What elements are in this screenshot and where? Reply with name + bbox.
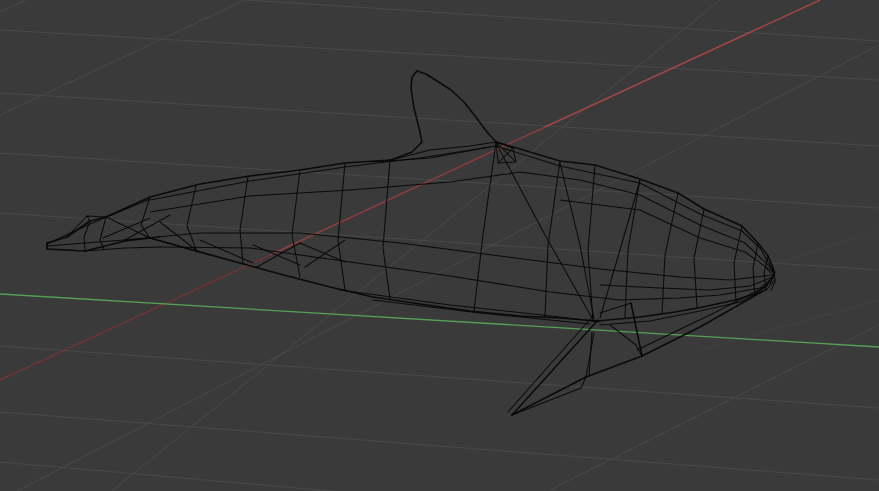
viewport-3d[interactable] xyxy=(0,0,879,491)
viewport-canvas[interactable] xyxy=(0,0,879,491)
